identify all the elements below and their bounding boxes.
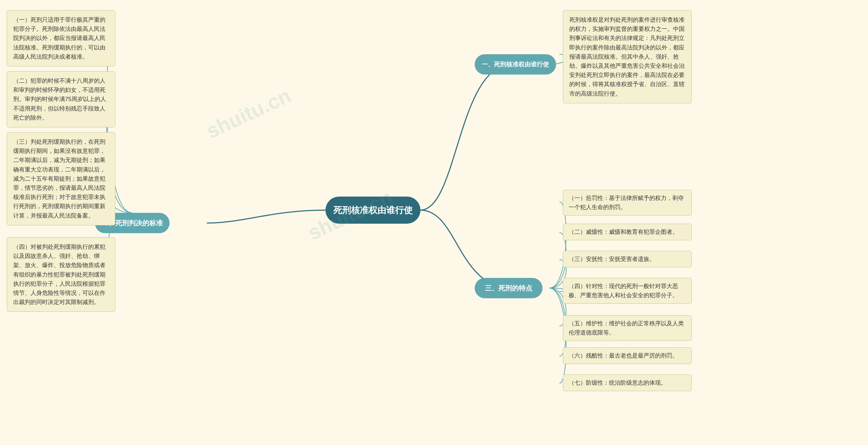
branch-node-right1-label: 一、死刑核准权由谁行使	[482, 60, 549, 68]
leaf-left-2: （二）犯罪的时候不满十八周岁的人和审判的时候怀孕的妇女，不适用死刑。审判的时候年…	[7, 71, 115, 127]
leaf-right-sub1-text: （一）惩罚性：基于法律所赋予的权力，剥夺一个犯人生命的刑罚。	[569, 195, 684, 210]
leaf-right-sub1: （一）惩罚性：基于法律所赋予的权力，剥夺一个犯人生命的刑罚。	[563, 190, 692, 216]
leaf-right-sub6: （六）残酷性：最古老也是最严厉的刑罚。	[563, 347, 692, 364]
leaf-right-sub5: （五）维护性：维护社会的正常秩序以及人类伦理道德底限等。	[563, 315, 692, 341]
leaf-right-sub4-text: （四）针对性：现代的死刑一般针对罪大恶极、严重危害他人和社会安全的犯罪分子。	[569, 283, 678, 299]
branch-node-right2: 三、死刑的特点	[475, 278, 542, 298]
leaf-left-1: （一）死刑只适用于罪行极其严重的犯罪分子。死刑除依法由最高人民法院判决的以外，都…	[7, 10, 115, 66]
leaf-right-sub7-text: （七）阶级性：统治阶级意志的体现。	[569, 380, 667, 386]
leaf-left-3: （三）判处死刑缓期执行的，在死刑缓期执行期间，如果没有故意犯罪，二年期满以后，减…	[7, 132, 115, 225]
leaf-left-4-text: （四）对被判处死刑缓期执行的累犯以及因故意杀人、强奸、抢劫、绑架、放火、爆炸、投…	[13, 244, 105, 305]
watermark-1: shuitu.cn	[203, 84, 295, 143]
leaf-right-top-text: 死刑核准权是对判处死刑的案件进行审查核准的权力，实施审判监督的重要权力之一。中国…	[569, 17, 685, 97]
leaf-right-sub2-text: （二）威慑性：威慑和教育有犯罪企图者。	[569, 229, 678, 235]
leaf-right-sub3-text: （三）安抚性：安抚受害者遗族。	[569, 256, 655, 262]
leaf-right-top: 死刑核准权是对判处死刑的案件进行审查核准的权力，实施审判监督的重要权力之一。中国…	[563, 10, 692, 103]
leaf-left-2-text: （二）犯罪的时候不满十八周岁的人和审判的时候怀孕的妇女，不适用死刑。审判的时候年…	[13, 78, 106, 121]
leaf-left-4: （四）对被判处死刑缓期执行的累犯以及因故意杀人、强奸、抢劫、绑架、放火、爆炸、投…	[7, 237, 115, 312]
leaf-left-1-text: （一）死刑只适用于罪行极其严重的犯罪分子。死刑除依法由最高人民法院判决的以外，都…	[13, 17, 105, 60]
branch-node-right1: 一、死刑核准权由谁行使	[475, 54, 556, 75]
leaf-right-sub3: （三）安抚性：安抚受害者遗族。	[563, 251, 692, 267]
mind-map-container: shuitu.cn shuitu.cn 死刑核准权由谁行使 二、死刑判	[0, 0, 868, 445]
center-node-label: 死刑核准权由谁行使	[333, 204, 413, 216]
leaf-right-sub4: （四）针对性：现代的死刑一般针对罪大恶极、严重危害他人和社会安全的犯罪分子。	[563, 278, 692, 304]
leaf-right-sub2: （二）威慑性：威慑和教育有犯罪企图者。	[563, 224, 692, 240]
center-node: 死刑核准权由谁行使	[326, 197, 420, 224]
leaf-left-3-text: （三）判处死刑缓期执行的，在死刑缓期执行期间，如果没有故意犯罪，二年期满以后，减…	[13, 139, 105, 219]
leaf-right-sub6-text: （六）残酷性：最古老也是最严厉的刑罚。	[569, 352, 678, 359]
leaf-right-sub7: （七）阶级性：统治阶级意志的体现。	[563, 375, 692, 391]
leaf-right-sub5-text: （五）维护性：维护社会的正常秩序以及人类伦理道德底限等。	[569, 320, 684, 336]
branch-node-right2-label: 三、死刑的特点	[485, 284, 532, 293]
